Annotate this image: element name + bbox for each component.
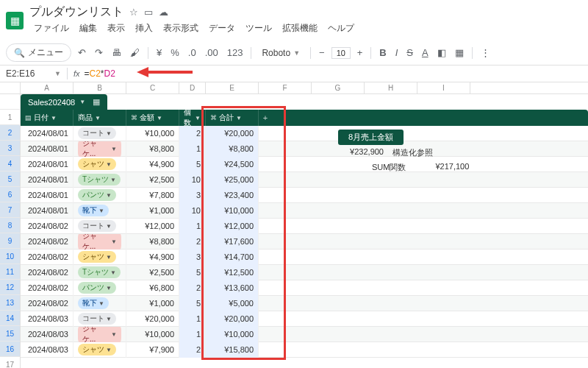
cell-total[interactable]: ¥17,600: [206, 234, 259, 250]
row-num[interactable]: 4: [0, 156, 21, 171]
cell-product[interactable]: コート▼: [74, 126, 126, 141]
cell-date[interactable]: 2024/08/02: [21, 265, 74, 280]
menu-データ[interactable]: データ: [204, 21, 240, 36]
font-select[interactable]: Roboto ▼: [257, 48, 304, 58]
cell-product[interactable]: コート▼: [74, 219, 126, 234]
move-icon[interactable]: ▭: [144, 7, 153, 18]
row-num[interactable]: 3: [0, 141, 21, 156]
italic-icon[interactable]: I: [393, 46, 401, 60]
cell-product[interactable]: シャツ▼: [74, 157, 126, 172]
redo-icon[interactable]: ↷: [93, 46, 105, 60]
menu-表示形式[interactable]: 表示形式: [159, 21, 203, 36]
cell-qty[interactable]: 2: [179, 126, 206, 141]
table-grid-icon[interactable]: ▦: [93, 97, 100, 107]
col-header-D[interactable]: D: [179, 82, 206, 93]
menu-挿入[interactable]: 挿入: [131, 21, 157, 36]
cell-date[interactable]: 2024/08/01: [21, 203, 74, 219]
col-product[interactable]: 商品▼: [74, 110, 126, 126]
cell-date[interactable]: 2024/08/02: [21, 219, 74, 234]
cell-total[interactable]: ¥13,600: [206, 280, 259, 296]
cell-qty[interactable]: 2: [179, 342, 206, 358]
cell-product[interactable]: パンツ▼: [74, 280, 126, 296]
cell-total[interactable]: ¥8,800: [206, 141, 259, 157]
cell-product[interactable]: シャツ▼: [74, 342, 126, 358]
row-num[interactable]: 5: [0, 171, 21, 187]
menu-ファイル[interactable]: ファイル: [29, 21, 74, 36]
cell-total[interactable]: ¥12,000: [206, 219, 259, 234]
format-icon[interactable]: 123: [225, 46, 245, 60]
percent-icon[interactable]: %: [168, 46, 182, 60]
row-num[interactable]: 7: [0, 202, 21, 218]
cell-total[interactable]: ¥23,400: [206, 188, 259, 203]
cell-amount[interactable]: ¥8,800: [126, 141, 179, 157]
more-icon[interactable]: ⋮: [478, 46, 492, 60]
col-total[interactable]: ⌘合計▼: [206, 110, 259, 126]
cell-date[interactable]: 2024/08/01: [21, 157, 74, 172]
menu-編集[interactable]: 編集: [75, 21, 101, 36]
star-icon[interactable]: ☆: [129, 7, 138, 18]
cell-qty[interactable]: 10: [179, 172, 206, 188]
cell-total[interactable]: ¥10,000: [206, 327, 259, 342]
menu-ツール[interactable]: ツール: [241, 21, 276, 36]
doc-title[interactable]: プルダウンリスト: [29, 4, 123, 20]
row-num[interactable]: 13: [0, 295, 21, 311]
chevron-down-icon[interactable]: ▼: [54, 70, 61, 77]
cell-total[interactable]: ¥14,700: [206, 250, 259, 265]
fs-inc-icon[interactable]: +: [355, 46, 365, 60]
cell-date[interactable]: 2024/08/01: [21, 172, 74, 188]
col-header-A[interactable]: A: [21, 82, 74, 93]
cell-qty[interactable]: 3: [179, 188, 206, 203]
cell-amount[interactable]: ¥20,000: [126, 311, 179, 327]
col-header-B[interactable]: B: [74, 82, 126, 93]
col-header-F[interactable]: F: [259, 82, 312, 93]
text-color-icon[interactable]: A: [420, 46, 431, 60]
row-num[interactable]: 10: [0, 249, 21, 264]
row-num[interactable]: 16: [0, 342, 21, 357]
cell-amount[interactable]: ¥2,500: [126, 172, 179, 188]
cell-amount[interactable]: ¥7,800: [126, 188, 179, 203]
currency-yen-icon[interactable]: ¥: [154, 46, 164, 60]
cell-qty[interactable]: 5: [179, 265, 206, 280]
cell-product[interactable]: Tシャツ▼: [74, 265, 126, 280]
add-column-button[interactable]: +: [259, 110, 272, 126]
cell-amount[interactable]: ¥12,000: [126, 219, 179, 234]
cell-qty[interactable]: 1: [179, 311, 206, 327]
cell-total[interactable]: ¥20,000: [206, 311, 259, 327]
cell-product[interactable]: 靴下▼: [74, 296, 126, 311]
cell-date[interactable]: 2024/08/02: [21, 296, 74, 311]
fill-color-icon[interactable]: ◧: [435, 46, 448, 60]
cell-date[interactable]: 2024/08/02: [21, 234, 74, 250]
cell-qty[interactable]: 1: [179, 141, 206, 157]
cell-amount[interactable]: ¥10,000: [126, 327, 179, 342]
row-num[interactable]: 1: [0, 110, 21, 125]
cell-product[interactable]: コート▼: [74, 311, 126, 327]
row-num[interactable]: 15: [0, 326, 21, 342]
row-num[interactable]: 11: [0, 264, 21, 280]
cloud-icon[interactable]: ☁: [159, 7, 168, 18]
fs-dec-icon[interactable]: −: [317, 46, 327, 60]
col-header-H[interactable]: H: [365, 82, 417, 93]
menu-表示[interactable]: 表示: [103, 21, 129, 36]
cell-total[interactable]: ¥25,000: [206, 172, 259, 188]
cell-product[interactable]: ジャケ...▼: [74, 327, 126, 342]
col-header-C[interactable]: C: [126, 82, 179, 93]
cell-amount[interactable]: ¥10,000: [126, 126, 179, 141]
name-box[interactable]: E2:E16: [6, 68, 50, 79]
cell-amount[interactable]: ¥1,000: [126, 296, 179, 311]
row-num[interactable]: 12: [0, 280, 21, 295]
menu-ヘルプ[interactable]: ヘルプ: [323, 21, 359, 36]
cell-qty[interactable]: 2: [179, 234, 206, 250]
cell-product[interactable]: 靴下▼: [74, 203, 126, 219]
print-icon[interactable]: 🖶: [110, 46, 123, 60]
cell-qty[interactable]: 5: [179, 157, 206, 172]
cell-amount[interactable]: ¥4,900: [126, 157, 179, 172]
cell-date[interactable]: 2024/08/03: [21, 327, 74, 342]
menu-拡張機能[interactable]: 拡張機能: [278, 21, 322, 36]
cell-date[interactable]: 2024/08/03: [21, 342, 74, 358]
cell-amount[interactable]: ¥4,900: [126, 250, 179, 265]
cell-total[interactable]: ¥5,000: [206, 296, 259, 311]
cell-qty[interactable]: 1: [179, 219, 206, 234]
cell-product[interactable]: シャツ▼: [74, 250, 126, 265]
cell-qty[interactable]: 2: [179, 280, 206, 296]
cell-amount[interactable]: ¥2,500: [126, 265, 179, 280]
